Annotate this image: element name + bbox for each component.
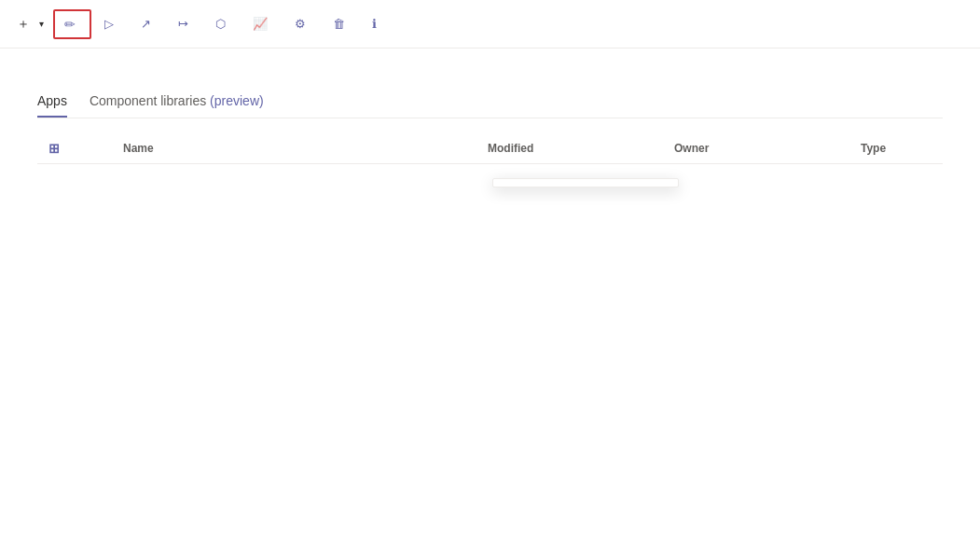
- export-button[interactable]: ↦: [169, 11, 202, 36]
- table-header-row: ⊞ Name Modified Owner Type: [37, 133, 943, 164]
- teams-icon: ⬡: [215, 17, 226, 31]
- col-type: Type: [849, 133, 943, 164]
- col-icon: [71, 133, 112, 164]
- analytics-button[interactable]: 📈: [243, 11, 282, 36]
- share-button[interactable]: ↗: [131, 11, 165, 36]
- tab-apps[interactable]: Apps: [37, 86, 67, 118]
- edit-button[interactable]: ✏: [53, 9, 91, 39]
- delete-button[interactable]: 🗑: [324, 11, 359, 36]
- col-modified: Modified: [476, 133, 663, 164]
- export-icon: ↦: [178, 17, 188, 31]
- play-icon: ▷: [104, 17, 114, 31]
- table-container: ⊞ Name Modified Owner Type: [37, 133, 943, 164]
- share-icon: ↗: [141, 17, 151, 31]
- new-app-button[interactable]: ＋ ▾: [11, 10, 49, 38]
- chevron-down-icon: ▾: [39, 19, 44, 29]
- add-to-teams-button[interactable]: ⬡: [206, 11, 240, 36]
- edit-icon: ✏: [64, 17, 76, 32]
- tabs-container: Apps Component libraries (preview): [37, 86, 943, 118]
- toolbar: ＋ ▾ ✏ ▷ ↗ ↦ ⬡ 📈 ⚙ 🗑 ℹ: [0, 0, 980, 49]
- settings-button[interactable]: ⚙: [285, 11, 320, 36]
- tab-component-libraries[interactable]: Component libraries (preview): [90, 86, 264, 118]
- main-content: Apps Component libraries (preview) ⊞ Nam…: [0, 49, 980, 164]
- settings-icon: ⚙: [295, 17, 306, 31]
- apps-table: ⊞ Name Modified Owner Type: [37, 133, 943, 164]
- context-menu: [492, 178, 679, 187]
- play-button[interactable]: ▷: [95, 11, 128, 36]
- analytics-icon: 📈: [253, 17, 268, 31]
- plus-icon: ＋: [17, 16, 30, 33]
- details-button[interactable]: ℹ: [363, 11, 391, 36]
- col-name: Name: [112, 133, 476, 164]
- col-check: ⊞: [37, 133, 71, 164]
- col-owner: Owner: [663, 133, 849, 164]
- details-icon: ℹ: [372, 17, 377, 31]
- select-all-icon: ⊞: [48, 141, 60, 156]
- preview-badge: (preview): [210, 93, 264, 108]
- delete-icon: 🗑: [333, 17, 345, 31]
